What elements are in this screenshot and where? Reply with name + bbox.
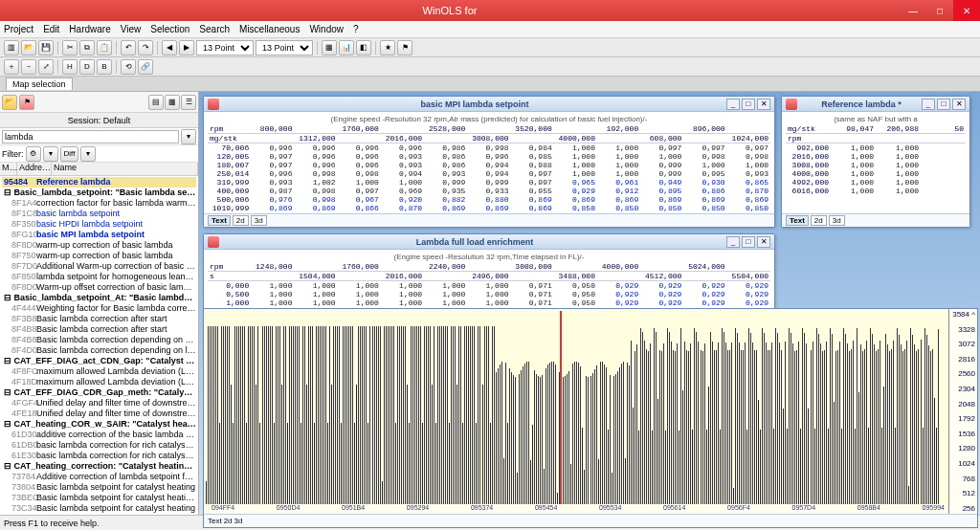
session-label[interactable]: Session: Default [0,113,198,128]
filter-clear-icon[interactable]: ▾ [80,146,96,162]
lambda-dropdown-icon[interactable]: ▾ [181,129,196,144]
tree-item[interactable]: 61D30additive correction of the basic la… [2,430,196,440]
sidebar-view1-icon[interactable]: ▤ [148,95,164,110]
tree-group[interactable]: ⊟ Basic_lambda_setpoint_At: "Basic lambd… [2,293,196,303]
mdi3-tab-3d[interactable]: 3d [829,215,845,226]
mdi2-min-icon[interactable]: _ [726,236,740,248]
tree-item[interactable]: 73804Basic lambda setpoint for catalyst … [2,482,196,493]
tree-item[interactable]: 8F4B8Basic lambda correction depending o… [2,335,196,345]
close-button[interactable]: ✕ [953,0,980,21]
tool-paste-icon[interactable]: 📋 [97,40,112,55]
graph-tab-text[interactable]: Text [208,517,222,525]
mdi2-max-icon[interactable]: □ [742,236,755,248]
tree-item[interactable]: 4F444Weighting factor for Basic lambda c… [2,303,196,314]
tree-item[interactable]: 8F750warm-up correction of basic lambda [2,251,196,261]
mdi-basic-mpi-lambda[interactable]: basic MPI lambda setpoint _ □ ✕ (Engine … [203,96,775,228]
mdi1-close-icon[interactable]: ✕ [757,99,770,110]
mdi3-max-icon[interactable]: □ [937,99,950,110]
tree-item[interactable]: 8F1C8basic lambda setpoint [2,209,196,219]
menu-edit[interactable]: Edit [43,24,59,34]
tree-item[interactable]: 73F9CAdditive correction of lambda for c… [2,514,196,515]
tree-group[interactable]: ⊟ CAT_heating_correction: "Catalyst heat… [2,461,196,472]
menu-window[interactable]: Window [309,24,344,34]
tool-new-icon[interactable]: ▥ [4,40,19,55]
diff-button[interactable]: Diff [60,146,79,162]
tree-group[interactable]: ⊟ CAT_heating_COR_w_SAIR: "Catalyst heat… [2,419,196,430]
mdi1-table[interactable]: rpm800,0001760,0002528,0003520,000192,00… [208,124,770,212]
tool-flag-icon[interactable]: ⚑ [397,40,412,55]
tree-group[interactable]: ⊟ CAT_EFF_DIAG_act_CDN_Gap: "Catalyst ef… [2,356,196,366]
tree-item[interactable]: 8F4D0Basic lambda correction depending o… [2,345,196,356]
tool-copy-icon[interactable]: ⧉ [79,40,95,55]
tree-item[interactable]: 8F350basic HPDI lambda setpoint [2,219,196,230]
tree-item[interactable]: 73C34Basic lambda setpoint for catalyst … [2,503,196,514]
tree-item[interactable]: 8F3B8Basic lambda correction after start [2,314,196,324]
mdi3-table[interactable]: mg/stk98,047206,98850rpm992,0001,0001,00… [786,124,966,195]
tool-undo-icon[interactable]: ↶ [121,40,136,55]
mdi3-tab-text[interactable]: Text [786,215,809,226]
tree-group[interactable]: ⊟ CAT_EFF_DIAG_CDR_Gap_meth: "Catalyst e… [2,387,196,398]
tree-item[interactable]: 8FG10basic MPI lambda setpoint [2,230,196,240]
col-name[interactable]: Name [52,163,198,175]
tree-item[interactable]: 61E30basic lambda correction for rich ca… [2,451,196,461]
tool-hex-icon[interactable]: H [62,59,78,75]
menu-help[interactable]: ? [353,24,359,34]
tree-item[interactable]: 73BECBasic lambda setpoint for catalyst … [2,493,196,503]
tool-dec-icon[interactable]: D [79,59,95,75]
menu-hardware[interactable]: Hardware [69,24,110,34]
lambda-input[interactable] [2,130,179,144]
mdi1-min-icon[interactable]: _ [726,99,740,110]
maximize-button[interactable]: □ [926,0,953,21]
col-m[interactable]: M… [0,163,17,175]
mdi3-min-icon[interactable]: _ [922,99,935,110]
sidebar-variant-icon[interactable]: ⚑ [19,95,34,110]
tree-group[interactable]: ⊟ Basic_lambda_setpoint: "Basic lambda s… [2,188,196,198]
tool-3d-icon[interactable]: ◧ [356,40,371,55]
mdi1-max-icon[interactable]: □ [742,99,755,110]
mdi3-close-icon[interactable]: ✕ [952,99,966,110]
mdi-reference-lambda[interactable]: Reference lambda * _ □ ✕ (same as NAF bu… [781,96,970,228]
mdi2-close-icon[interactable]: ✕ [757,236,770,248]
tool-save-icon[interactable]: 💾 [38,40,54,55]
tree-item[interactable]: 4FGF4Unified delay and filter time of do… [2,398,196,409]
tree-item[interactable]: 73784Additive correction of lambda setpo… [2,472,196,482]
mdi1-tab-text[interactable]: Text [208,215,231,226]
tool-link-icon[interactable]: 🔗 [138,59,153,75]
minimize-button[interactable]: — [900,0,926,21]
pointsize-select-2[interactable]: 13 Point [256,40,313,55]
tool-grid-icon[interactable]: ▦ [322,40,337,55]
tool-chart-icon[interactable]: 📊 [339,40,354,55]
tool-mark-icon[interactable]: ★ [380,40,395,55]
tree-item[interactable]: 95484Reference lambda [2,177,196,188]
tool-bin-icon[interactable]: B [97,59,112,75]
tree-item[interactable]: 8F1A4correction factor for basic lambda … [2,198,196,209]
filter-type-icon[interactable]: ▾ [43,146,58,162]
filter-mode-icon[interactable]: ⚙ [26,146,41,162]
graph-tab-3d[interactable]: 3d [234,517,243,525]
menu-project[interactable]: Project [4,24,33,34]
menu-selection[interactable]: Selection [150,24,189,34]
menu-view[interactable]: View [121,24,142,34]
col-addr[interactable]: Addre… [17,163,52,175]
tool-fit-icon[interactable]: ⤢ [38,59,54,75]
map-tree[interactable]: 95484Reference lambda⊟ Basic_lambda_setp… [0,176,198,515]
graph-cursor[interactable] [560,311,562,504]
tool-open-icon[interactable]: 📂 [21,40,36,55]
tree-item[interactable]: 8F4B8Basic lambda correction after start [2,324,196,335]
tool-prev-icon[interactable]: ◀ [162,40,177,55]
tree-item[interactable]: 8F850lambda setpoint for homogeneous lea… [2,272,196,282]
pointsize-select-1[interactable]: 13 Point [196,40,254,55]
tree-item[interactable]: 8F7D0Additional Warm-up correction of ba… [2,261,196,272]
tab-map-selection[interactable]: Map selection [6,77,73,90]
graph-tab-2d[interactable]: 2d [224,517,233,525]
mdi1-tab-3d[interactable]: 3d [251,215,267,226]
tree-item[interactable]: 61DB0basic lambda correction for rich ca… [2,440,196,451]
tool-sync-icon[interactable]: ⟲ [121,59,136,75]
mdi1-tab-2d[interactable]: 2d [233,215,249,226]
menu-misc[interactable]: Miscellaneous [239,24,300,34]
tool-redo-icon[interactable]: ↷ [138,40,153,55]
tree-item[interactable]: 4F18Dmaximum allowed Lambda deviation (L… [2,377,196,387]
tool-next-icon[interactable]: ▶ [179,40,194,55]
graph-window[interactable]: 3584 ^3328307228162560230420481792153612… [203,308,978,528]
tree-item[interactable]: 8F8D0warm-up correction of basic lambda [2,240,196,251]
